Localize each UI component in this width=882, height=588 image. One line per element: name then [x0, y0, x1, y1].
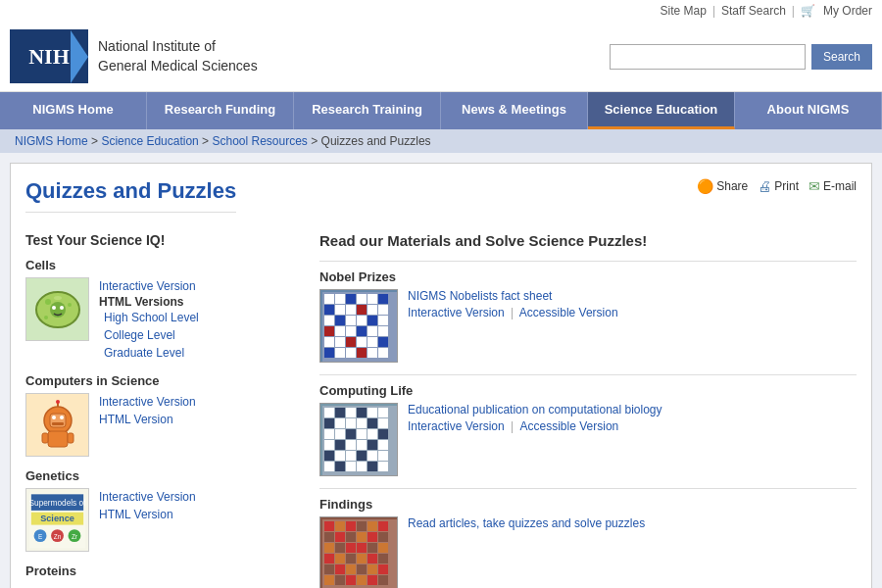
svg-rect-134 [357, 564, 367, 574]
cells-image [25, 277, 89, 341]
computing-versions: Interactive Version | Accessible Version [408, 419, 857, 433]
svg-text:Supermodels of: Supermodels of [29, 499, 85, 508]
svg-rect-113 [324, 532, 334, 542]
computing-accessible[interactable]: Accessible Version [520, 419, 619, 433]
sep1: | [712, 4, 715, 18]
svg-rect-75 [324, 418, 334, 428]
nobel-interactive[interactable]: Interactive Version [408, 306, 505, 319]
nobel-title-link[interactable]: NIGMS Nobelists fact sheet [408, 289, 857, 303]
computing-title-link[interactable]: Educational publication on computational… [408, 403, 857, 416]
email-button[interactable]: ✉ E-mail [808, 178, 857, 194]
svg-rect-13 [48, 431, 68, 447]
svg-rect-141 [368, 575, 377, 585]
svg-rect-50 [335, 326, 345, 336]
org-line2: General Medical Sciences [98, 57, 258, 76]
search-button[interactable]: Search [811, 44, 872, 70]
genetics-image: Supermodels of Science E Zn Zr [25, 488, 89, 552]
svg-rect-131 [324, 564, 334, 574]
svg-rect-49 [324, 326, 334, 336]
search-input[interactable] [610, 44, 806, 70]
svg-rect-139 [346, 575, 356, 585]
share-icon: 🟠 [697, 178, 713, 194]
cells-interactive[interactable]: Interactive Version [99, 277, 199, 295]
computers-html[interactable]: HTML Version [99, 411, 196, 428]
cells-college[interactable]: College Level [104, 326, 199, 344]
svg-rect-71 [346, 408, 356, 417]
nav-item-science-education[interactable]: Science Education [588, 92, 735, 129]
org-name: National Institute of General Medical Sc… [98, 37, 258, 75]
nav-item-research-funding[interactable]: Research Funding [147, 92, 294, 129]
left-heading: Test Your Science IQ! [25, 232, 300, 248]
svg-rect-82 [335, 429, 345, 439]
category-findings: Findings [319, 488, 857, 512]
svg-rect-98 [378, 451, 388, 461]
svg-point-17 [56, 400, 60, 404]
sitemap-link[interactable]: Site Map [661, 4, 707, 18]
svg-rect-132 [335, 564, 345, 574]
svg-text:Zn: Zn [54, 533, 62, 540]
computing-interactive[interactable]: Interactive Version [408, 419, 505, 433]
svg-rect-57 [346, 337, 356, 347]
computers-item: Interactive Version HTML Version [25, 393, 300, 457]
category-computing: Computing Life [319, 374, 857, 398]
cells-html-label: HTML Versions [99, 295, 183, 309]
findings-title-link[interactable]: Read articles, take quizzes and solve pu… [408, 516, 857, 530]
svg-rect-140 [357, 575, 367, 585]
right-column: Read our Materials and Solve Science Puz… [319, 232, 857, 588]
my-order-link[interactable]: My Order [823, 4, 872, 18]
nobel-sep: | [511, 306, 514, 319]
computers-interactive[interactable]: Interactive Version [99, 393, 196, 411]
svg-rect-79 [368, 418, 377, 428]
svg-rect-129 [368, 554, 377, 564]
svg-rect-64 [357, 348, 367, 358]
nav-item-research-training[interactable]: Research Training [294, 92, 441, 129]
share-button[interactable]: 🟠 Share [697, 178, 748, 194]
cells-graduate[interactable]: Graduate Level [104, 344, 199, 362]
computers-image [25, 393, 89, 457]
cells-highschool[interactable]: High School Level [104, 309, 199, 326]
svg-rect-91 [368, 440, 377, 450]
svg-rect-35 [368, 294, 377, 304]
breadcrumb: NIGMS Home > Science Education > School … [0, 129, 882, 153]
breadcrumb-science-education[interactable]: Science Education [101, 134, 198, 148]
svg-rect-70 [335, 408, 345, 417]
print-button[interactable]: 🖨 Print [758, 178, 799, 194]
nav-item-nigms-home[interactable]: NIGMS Home [0, 92, 147, 129]
computers-heading: Computers in Science [25, 373, 300, 388]
genetics-html[interactable]: HTML Version [99, 506, 196, 523]
nav-item-about-nigms[interactable]: About NIGMS [735, 92, 882, 129]
nih-logo: NIH [10, 29, 88, 83]
cart-icon: 🛒 [801, 4, 815, 18]
left-column: Test Your Science IQ! Cells [25, 232, 300, 588]
genetics-interactive[interactable]: Interactive Version [99, 488, 196, 506]
svg-rect-95 [346, 451, 356, 461]
svg-rect-37 [324, 305, 334, 315]
svg-rect-116 [357, 532, 367, 542]
svg-rect-96 [357, 451, 367, 461]
nav-item-news-meetings[interactable]: News & Meetings [441, 92, 588, 129]
computers-links: Interactive Version HTML Version [99, 393, 196, 428]
svg-rect-114 [335, 532, 345, 542]
svg-rect-39 [346, 305, 356, 315]
email-label: E-mail [823, 179, 857, 193]
staff-search-link[interactable]: Staff Search [721, 4, 786, 18]
computing-text: Educational publication on computational… [408, 403, 857, 433]
nobel-accessible[interactable]: Accessible Version [519, 306, 618, 319]
breadcrumb-school-resources[interactable]: School Resources [212, 134, 307, 148]
search-area: Search [610, 44, 872, 70]
svg-rect-60 [378, 337, 388, 347]
svg-rect-108 [335, 521, 345, 531]
nobel-versions: Interactive Version | Accessible Version [408, 306, 857, 319]
page-title: Quizzes and Puzzles [25, 178, 236, 213]
svg-point-4 [44, 316, 48, 319]
svg-rect-47 [368, 316, 377, 325]
nih-text: NIH [28, 44, 70, 70]
svg-rect-90 [357, 440, 367, 450]
findings-text: Read articles, take quizzes and solve pu… [408, 516, 857, 533]
breadcrumb-nigms-home[interactable]: NIGMS Home [15, 134, 88, 148]
svg-rect-97 [368, 451, 377, 461]
svg-rect-45 [346, 316, 356, 325]
svg-rect-36 [378, 294, 388, 304]
svg-rect-102 [357, 462, 367, 471]
svg-rect-103 [368, 462, 377, 471]
